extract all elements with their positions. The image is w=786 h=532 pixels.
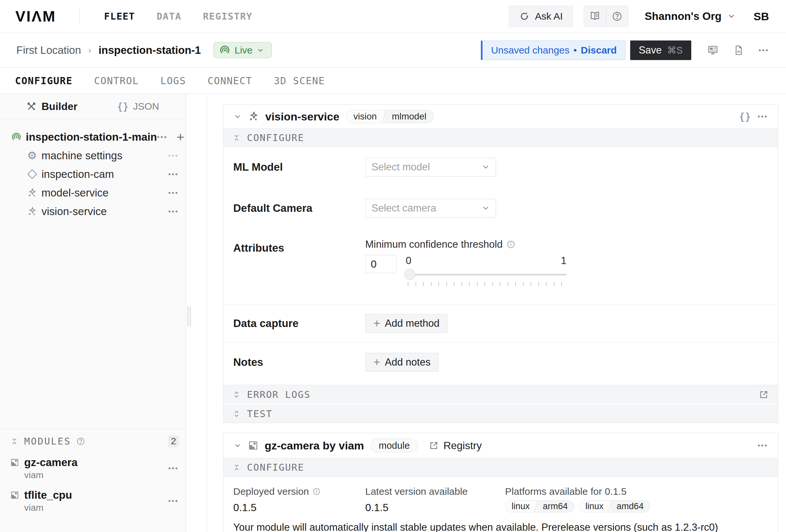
gz-camera-body: Deployed version 0.1.5 Latest version av… [224,477,778,532]
add-notes-button[interactable]: + Add notes [365,353,439,372]
modules-count-badge: 2 [168,435,179,447]
expand-icon [233,391,240,398]
help-group [583,5,628,27]
platform-tag: linux arm64 [505,500,574,512]
tree-item-label: model-service [42,187,109,199]
tree-item-main-part[interactable]: inspection-station-1-main ••• + [0,128,186,146]
item-menu-button[interactable]: ••• [168,152,179,159]
item-menu-button[interactable]: ••• [168,171,179,178]
module-menu-button[interactable]: ••• [168,498,179,505]
collapse-icon [233,134,240,142]
tag-mlmodel: mlmodel [385,110,434,123]
machine-bar: First Location › inspection-station-1 Li… [0,33,786,68]
collapse-chevron-icon[interactable] [233,441,242,450]
monitor-icon[interactable] [707,44,719,56]
tree-item-label: inspection-cam [42,168,114,180]
json-mode-button[interactable]: {} JSON [117,94,159,119]
org-name: Shannon's Org [645,10,722,23]
card-menu-button[interactable]: ••• [758,113,768,120]
tree-item-vision-service[interactable]: vision-service ••• [0,202,186,221]
chevron-down-icon [482,205,490,211]
sidebar-resize-handle[interactable] [187,307,191,327]
module-list-item[interactable]: tflite_cpu viam ••• [10,489,179,513]
machine-status-badge[interactable]: Live [213,42,272,58]
help-button[interactable] [606,6,628,27]
info-icon[interactable] [506,240,515,249]
docs-button[interactable] [584,6,606,27]
module-tag: module [370,439,418,452]
machine-part-tree: inspection-station-1-main ••• + ⚙ machin… [0,119,186,221]
ask-ai-icon [519,11,530,22]
ask-ai-button[interactable]: Ask AI [509,5,573,27]
tree-item-label: vision-service [42,205,107,218]
json-view-button[interactable]: {} [739,111,751,122]
tab-logs[interactable]: LOGS [160,75,186,87]
notes-label: Notes [233,353,365,372]
org-switcher[interactable]: Shannon's Org [645,10,735,23]
module-org: viam [24,503,72,513]
card-title: gz-camera by viam [264,439,364,452]
tab-configure[interactable]: CONFIGURE [15,75,72,87]
configure-section-bar[interactable]: CONFIGURE [224,458,778,477]
threshold-slider: 0 1 [406,255,567,286]
machine-menu-button[interactable]: ••• [759,47,769,54]
configure-section-bar[interactable]: CONFIGURE [224,128,778,147]
add-component-button[interactable]: + [177,130,184,144]
external-link-icon [429,441,439,451]
ml-model-row: ML Model Select model [233,158,768,176]
module-menu-button[interactable]: ••• [168,465,179,472]
error-logs-label: ERROR LOGS [247,389,311,400]
vision-service-card-header: vision-service vision mlmodel {} ••• [224,105,778,128]
deployed-version-col: Deployed version 0.1.5 [233,486,365,514]
tree-item-machine-settings[interactable]: ⚙ machine settings ••• [0,146,186,165]
builder-mode-button[interactable]: Builder [26,94,77,119]
save-button[interactable]: Save ⌘S [630,41,691,60]
card-menu-button[interactable]: ••• [758,442,768,449]
registry-link[interactable]: Registry [429,440,482,452]
module-org: viam [24,470,77,480]
part-menu-button[interactable]: ••• [157,134,168,141]
header-divider [79,9,80,24]
registry-label: Registry [443,440,482,452]
add-method-button[interactable]: + Add method [365,314,447,333]
tab-3d-scene[interactable]: 3D SCENE [274,75,325,87]
error-logs-bar[interactable]: ERROR LOGS [224,385,778,404]
unsaved-changes-banner: Unsaved changes • Discard [481,41,626,60]
threshold-input[interactable] [365,255,397,273]
tab-control[interactable]: CONTROL [94,75,139,87]
sidebar-gap [186,94,206,532]
module-list-item[interactable]: gz-camera viam ••• [10,456,179,480]
viam-logo: VIΛM [15,7,56,25]
card-title: vision-service [265,110,340,123]
top-nav: FLEET DATA REGISTRY [104,11,252,22]
collapse-chevron-icon[interactable] [233,112,242,121]
report-file-icon[interactable] [733,45,744,56]
add-notes-label: Add notes [385,356,431,368]
vision-service-body: ML Model Select model Default Camera Sel… [224,158,778,385]
tree-item-inspection-cam[interactable]: inspection-cam ••• [0,165,186,184]
item-menu-button[interactable]: ••• [168,189,179,196]
info-icon[interactable] [312,487,321,496]
slider-handle[interactable] [404,269,416,280]
gz-camera-card-header: gz-camera by viam module Registry ••• [224,433,778,458]
discard-button[interactable]: Discard [581,45,617,56]
service-type-tag: vision mlmodel [346,110,434,123]
item-menu-button[interactable]: ••• [168,208,179,215]
content: Builder {} JSON inspection-station-1-mai… [0,94,786,532]
nav-data[interactable]: DATA [157,11,181,22]
tab-connect[interactable]: CONNECT [207,75,252,87]
latest-version-value: 0.1.5 [365,502,505,514]
nav-fleet[interactable]: FLEET [104,11,135,22]
platforms-label: Platforms available for 0.1.5 [505,486,627,497]
avatar[interactable]: SB [754,10,769,23]
tree-item-model-service[interactable]: model-service ••• [0,184,186,202]
breadcrumb-location[interactable]: First Location [16,44,81,56]
ml-model-select[interactable]: Select model [365,158,496,176]
collapse-icon[interactable] [10,437,18,445]
default-camera-select[interactable]: Select camera [365,199,496,218]
test-bar[interactable]: TEST [224,404,778,423]
help-icon[interactable] [76,437,85,446]
slider-track[interactable] [406,274,567,275]
nav-registry[interactable]: REGISTRY [203,11,253,22]
external-link-icon[interactable] [759,390,769,400]
